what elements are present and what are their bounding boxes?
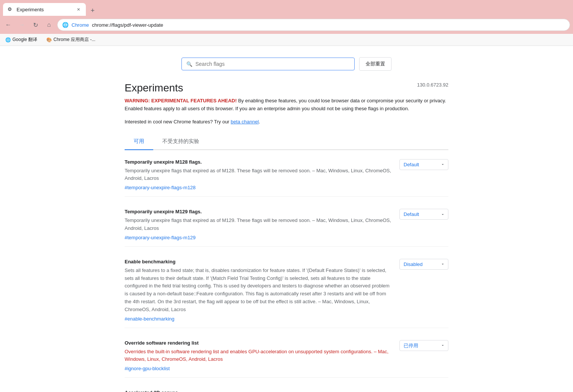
interested-suffix: .: [259, 119, 260, 125]
address-text[interactable]: chrome://flags/pdf-viewer-update: [92, 22, 163, 28]
flag-row: Temporarily unexpire M129 flags. Tempora…: [125, 209, 448, 240]
tab-available[interactable]: 可用: [125, 134, 153, 150]
new-tab-button[interactable]: +: [87, 5, 98, 16]
flag-title: Override software rendering list: [125, 340, 392, 346]
reload-button[interactable]: ↻: [30, 20, 41, 30]
flag-row: Override software rendering list Overrid…: [125, 340, 448, 372]
tab-close-button[interactable]: ✕: [75, 6, 81, 12]
flag-control: Default Enabled Disabled: [399, 259, 448, 270]
flag-select-override[interactable]: 默认 已启用 已停用: [399, 340, 448, 351]
warning-text: WARNING: EXPERIMENTAL FEATURES AHEAD! By…: [125, 97, 448, 113]
search-icon: 🔍: [186, 61, 192, 67]
reset-all-button[interactable]: 全部重置: [359, 57, 392, 71]
version-text: 130.0.6723.92: [417, 82, 448, 88]
flag-row: Enable benchmarking Sets all features to…: [125, 259, 448, 322]
flag-title: Temporarily unexpire M129 flags.: [125, 209, 392, 214]
bookmark-webstore[interactable]: 🎨 Chrome 应用商店 -...: [44, 36, 98, 44]
search-box[interactable]: 🔍: [181, 58, 355, 70]
chrome-logo-icon: 🌐: [62, 22, 69, 28]
flag-select-m129[interactable]: Default Enabled Disabled: [399, 209, 448, 220]
flag-content: Enable benchmarking Sets all features to…: [125, 259, 392, 322]
flag-select-m128[interactable]: Default Enabled Disabled: [399, 159, 448, 170]
flag-item-m128: Temporarily unexpire M128 flags. Tempora…: [125, 159, 448, 197]
bookmark-webstore-label: Chrome 应用商店 -...: [53, 36, 95, 43]
flag-title: Enable benchmarking: [125, 259, 392, 264]
flag-content: Temporarily unexpire M128 flags. Tempora…: [125, 159, 392, 191]
flag-row: Accelerated 2D canvas: [125, 390, 448, 392]
search-container: 🔍 全部重置: [125, 57, 448, 71]
title-row: Experiments 130.0.6723.92: [125, 82, 448, 97]
flag-content: Override software rendering list Overrid…: [125, 340, 392, 372]
flag-desc-override: Overrides the built-in software renderin…: [125, 348, 392, 364]
warning-prefix: WARNING: EXPERIMENTAL FEATURES AHEAD!: [125, 98, 237, 103]
flag-title: Accelerated 2D canvas: [125, 390, 448, 392]
browser-chrome: ⚙ Experiments ✕ + ← → ↻ ⌂ 🌐 Chrome chrom…: [0, 0, 573, 46]
page-content: 🔍 全部重置 Experiments 130.0.6723.92 WARNING…: [0, 46, 573, 392]
tab-favicon-icon: ⚙: [8, 6, 14, 12]
nav-bar: ← → ↻ ⌂ 🌐 Chrome chrome://flags/pdf-view…: [0, 16, 573, 34]
flag-control: Default Enabled Disabled: [399, 209, 448, 220]
tab-bar: ⚙ Experiments ✕ +: [0, 0, 573, 16]
interested-text: Interested in cool new Chrome features? …: [125, 119, 448, 125]
flag-link[interactable]: #ignore-gpu-blocklist: [125, 366, 170, 371]
page-title: Experiments: [125, 82, 183, 94]
flag-title: Temporarily unexpire M128 flags.: [125, 159, 392, 165]
tab-title: Experiments: [17, 7, 72, 12]
address-bar[interactable]: 🌐 Chrome chrome://flags/pdf-viewer-updat…: [57, 19, 570, 31]
beta-channel-link[interactable]: beta channel: [231, 119, 259, 125]
flag-item-benchmarking: Enable benchmarking Sets all features to…: [125, 259, 448, 328]
flag-select-benchmarking[interactable]: Default Enabled Disabled: [399, 259, 448, 270]
flag-control: 默认 已启用 已停用: [399, 340, 448, 351]
flag-content: Accelerated 2D canvas: [125, 390, 448, 392]
page-inner: 🔍 全部重置 Experiments 130.0.6723.92 WARNING…: [117, 46, 456, 392]
forward-button[interactable]: →: [17, 20, 27, 30]
flag-content: Temporarily unexpire M129 flags. Tempora…: [125, 209, 392, 240]
bookmark-translate[interactable]: 🌐 Google 翻译: [3, 36, 40, 44]
flag-item-canvas: Accelerated 2D canvas: [125, 390, 448, 392]
flag-link[interactable]: #temporary-unexpire-flags-m128: [125, 185, 196, 190]
flag-link[interactable]: #enable-benchmarking: [125, 316, 174, 322]
flag-desc: Temporarily unexpire flags that expired …: [125, 217, 392, 232]
bookmarks-bar: 🌐 Google 翻译 🎨 Chrome 应用商店 -...: [0, 34, 573, 46]
back-button[interactable]: ←: [3, 20, 14, 30]
flag-item-override-rendering: Override software rendering list Overrid…: [125, 340, 448, 378]
interested-prefix: Interested in cool new Chrome features? …: [125, 119, 231, 125]
webstore-icon: 🎨: [46, 37, 52, 43]
translate-icon: 🌐: [5, 37, 11, 43]
flag-desc: Sets all features to a fixed state; that…: [125, 267, 392, 314]
flag-row: Temporarily unexpire M128 flags. Tempora…: [125, 159, 448, 191]
flag-control: Default Enabled Disabled: [399, 159, 448, 170]
flag-link[interactable]: #temporary-unexpire-flags-m129: [125, 235, 196, 240]
home-button[interactable]: ⌂: [44, 20, 54, 30]
flags-list: Temporarily unexpire M128 flags. Tempora…: [125, 159, 448, 392]
flag-desc: Temporarily unexpire flags that expired …: [125, 167, 392, 183]
tabs-bar: 可用 不受支持的实验: [125, 134, 448, 150]
tab-unsupported[interactable]: 不受支持的实验: [153, 134, 208, 149]
flag-item-m129: Temporarily unexpire M129 flags. Tempora…: [125, 209, 448, 247]
bookmark-translate-label: Google 翻译: [12, 36, 37, 43]
chrome-label: Chrome: [72, 22, 89, 28]
search-input[interactable]: [195, 61, 350, 67]
active-tab[interactable]: ⚙ Experiments ✕: [3, 3, 86, 16]
